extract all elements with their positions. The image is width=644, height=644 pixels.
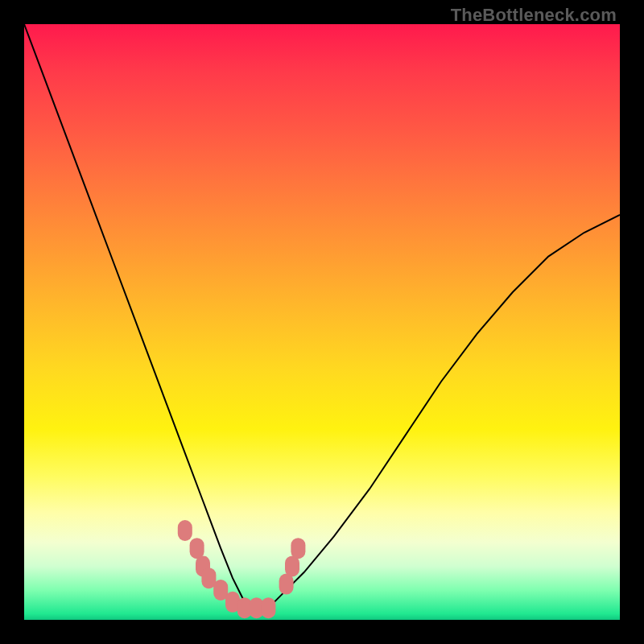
curve-layer bbox=[24, 24, 620, 620]
plot-area bbox=[24, 24, 620, 620]
trough-marker bbox=[279, 574, 294, 595]
chart-frame: TheBottleneck.com bbox=[0, 0, 644, 644]
marker-group bbox=[178, 520, 306, 618]
watermark-text: TheBottleneck.com bbox=[451, 5, 617, 26]
trough-marker bbox=[285, 555, 299, 576]
curve-right-branch bbox=[262, 215, 620, 614]
trough-marker bbox=[178, 520, 192, 541]
trough-marker bbox=[291, 538, 305, 559]
trough-marker bbox=[261, 597, 275, 618]
curve-left-branch bbox=[24, 24, 257, 614]
trough-marker bbox=[190, 538, 204, 559]
